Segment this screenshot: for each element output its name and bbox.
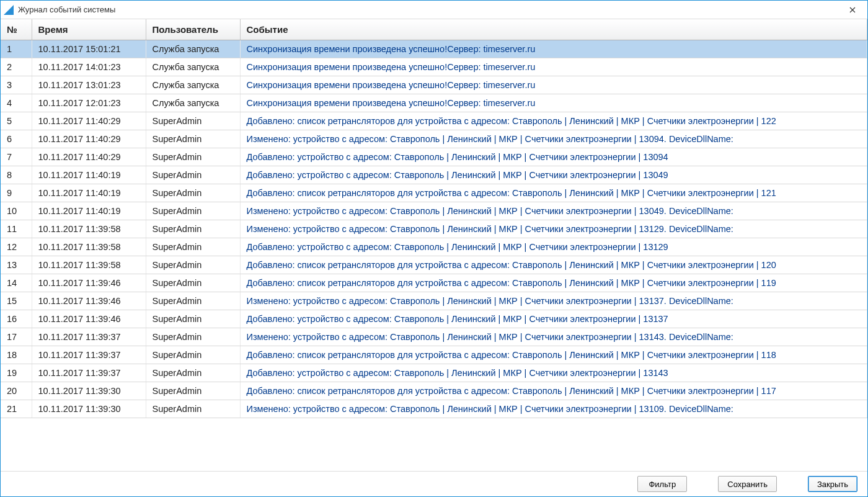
cell-user: SuperAdmin: [146, 166, 240, 184]
table-row[interactable]: 1810.11.2017 11:39:37SuperAdminДобавлено…: [1, 346, 867, 364]
table-row[interactable]: 610.11.2017 11:40:29SuperAdminИзменено: …: [1, 130, 867, 148]
filter-button[interactable]: Фильтр: [637, 476, 687, 492]
close-icon: [849, 4, 856, 16]
cell-time: 10.11.2017 11:39:37: [32, 328, 146, 346]
col-header-event[interactable]: Событие: [240, 19, 867, 40]
cell-time: 10.11.2017 11:40:29: [32, 130, 146, 148]
col-header-user[interactable]: Пользователь: [146, 19, 240, 40]
cell-time: 10.11.2017 11:39:37: [32, 364, 146, 382]
table-row[interactable]: 1110.11.2017 11:39:58SuperAdminИзменено:…: [1, 220, 867, 238]
cell-num: 17: [1, 328, 32, 346]
cell-num: 15: [1, 292, 32, 310]
col-header-num[interactable]: №: [1, 19, 32, 40]
cell-event: Синхронизация времени произведена успешн…: [240, 94, 867, 112]
table-row[interactable]: 1010.11.2017 11:40:19SuperAdminИзменено:…: [1, 202, 867, 220]
event-table: № Время Пользователь Событие 110.11.2017…: [1, 19, 867, 418]
table-row[interactable]: 1610.11.2017 11:39:46SuperAdminДобавлено…: [1, 310, 867, 328]
cell-time: 10.11.2017 14:01:23: [32, 58, 146, 76]
cell-event: Изменено: устройство с адресом: Ставропо…: [240, 220, 867, 238]
titlebar[interactable]: Журнал событий системы: [1, 1, 867, 19]
cell-event: Синхронизация времени произведена успешн…: [240, 40, 867, 58]
cell-event: Добавлено: список ретрансляторов для уст…: [240, 112, 867, 130]
cell-num: 9: [1, 184, 32, 202]
cell-user: SuperAdmin: [146, 130, 240, 148]
cell-num: 14: [1, 274, 32, 292]
cell-user: SuperAdmin: [146, 292, 240, 310]
cell-time: 10.11.2017 11:40:19: [32, 184, 146, 202]
cell-time: 10.11.2017 15:01:21: [32, 40, 146, 58]
cell-num: 13: [1, 256, 32, 274]
table-row[interactable]: 1410.11.2017 11:39:46SuperAdminДобавлено…: [1, 274, 867, 292]
cell-num: 4: [1, 94, 32, 112]
cell-event: Добавлено: список ретрансляторов для уст…: [240, 382, 867, 400]
cell-user: SuperAdmin: [146, 274, 240, 292]
table-row[interactable]: 110.11.2017 15:01:21Служба запускаСинхро…: [1, 40, 867, 58]
cell-time: 10.11.2017 11:39:37: [32, 346, 146, 364]
table-row[interactable]: 1510.11.2017 11:39:46SuperAdminИзменено:…: [1, 292, 867, 310]
col-header-time[interactable]: Время: [32, 19, 146, 40]
table-row[interactable]: 2110.11.2017 11:39:30SuperAdminИзменено:…: [1, 400, 867, 418]
table-row[interactable]: 410.11.2017 12:01:23Служба запускаСинхро…: [1, 94, 867, 112]
table-row[interactable]: 1910.11.2017 11:39:37SuperAdminДобавлено…: [1, 364, 867, 382]
cell-event: Добавлено: список ретрансляторов для уст…: [240, 346, 867, 364]
cell-time: 10.11.2017 12:01:23: [32, 94, 146, 112]
cell-num: 10: [1, 202, 32, 220]
cell-num: 11: [1, 220, 32, 238]
app-icon: [3, 4, 14, 16]
cell-time: 10.11.2017 11:39:46: [32, 274, 146, 292]
table-row[interactable]: 510.11.2017 11:40:29SuperAdminДобавлено:…: [1, 112, 867, 130]
cell-user: SuperAdmin: [146, 148, 240, 166]
table-row[interactable]: 1210.11.2017 11:39:58SuperAdminДобавлено…: [1, 238, 867, 256]
table-row[interactable]: 910.11.2017 11:40:19SuperAdminДобавлено:…: [1, 184, 867, 202]
table-row[interactable]: 1310.11.2017 11:39:58SuperAdminДобавлено…: [1, 256, 867, 274]
table-row[interactable]: 810.11.2017 11:40:19SuperAdminДобавлено:…: [1, 166, 867, 184]
cell-user: Служба запуска: [146, 76, 240, 94]
cell-user: SuperAdmin: [146, 256, 240, 274]
cell-user: SuperAdmin: [146, 346, 240, 364]
cell-event: Добавлено: устройство с адресом: Ставроп…: [240, 364, 867, 382]
cell-time: 10.11.2017 11:39:58: [32, 220, 146, 238]
close-dialog-button[interactable]: Закрыть: [808, 476, 857, 492]
cell-user: SuperAdmin: [146, 328, 240, 346]
table-row[interactable]: 310.11.2017 13:01:23Служба запускаСинхро…: [1, 76, 867, 94]
cell-user: SuperAdmin: [146, 400, 240, 418]
cell-time: 10.11.2017 11:40:19: [32, 166, 146, 184]
cell-event: Изменено: устройство с адресом: Ставропо…: [240, 328, 867, 346]
grid-container: № Время Пользователь Событие 110.11.2017…: [1, 19, 867, 472]
close-button[interactable]: [840, 1, 865, 19]
cell-time: 10.11.2017 11:39:46: [32, 292, 146, 310]
cell-num: 21: [1, 400, 32, 418]
cell-event: Изменено: устройство с адресом: Ставропо…: [240, 400, 867, 418]
cell-event: Изменено: устройство с адресом: Ставропо…: [240, 130, 867, 148]
table-header-row: № Время Пользователь Событие: [1, 19, 867, 40]
cell-event: Изменено: устройство с адресом: Ставропо…: [240, 292, 867, 310]
cell-time: 10.11.2017 11:39:58: [32, 256, 146, 274]
cell-num: 8: [1, 166, 32, 184]
cell-num: 5: [1, 112, 32, 130]
cell-user: SuperAdmin: [146, 220, 240, 238]
cell-event: Добавлено: устройство с адресом: Ставроп…: [240, 238, 867, 256]
window-title: Журнал событий системы: [18, 5, 840, 14]
cell-time: 10.11.2017 11:39:30: [32, 400, 146, 418]
table-row[interactable]: 710.11.2017 11:40:29SuperAdminДобавлено:…: [1, 148, 867, 166]
save-button[interactable]: Сохранить: [718, 476, 777, 492]
cell-user: SuperAdmin: [146, 364, 240, 382]
cell-event: Добавлено: список ретрансляторов для уст…: [240, 184, 867, 202]
cell-user: SuperAdmin: [146, 112, 240, 130]
cell-num: 1: [1, 40, 32, 58]
cell-time: 10.11.2017 13:01:23: [32, 76, 146, 94]
cell-event: Изменено: устройство с адресом: Ставропо…: [240, 202, 867, 220]
grid-scroll-area[interactable]: № Время Пользователь Событие 110.11.2017…: [1, 19, 867, 471]
event-log-window: Журнал событий системы № Время Пользоват…: [0, 0, 868, 497]
cell-time: 10.11.2017 11:40:29: [32, 148, 146, 166]
cell-time: 10.11.2017 11:39:58: [32, 238, 146, 256]
table-row[interactable]: 2010.11.2017 11:39:30SuperAdminДобавлено…: [1, 382, 867, 400]
cell-user: Служба запуска: [146, 58, 240, 76]
cell-event: Добавлено: список ретрансляторов для уст…: [240, 256, 867, 274]
cell-user: Служба запуска: [146, 40, 240, 58]
cell-time: 10.11.2017 11:40:19: [32, 202, 146, 220]
cell-num: 3: [1, 76, 32, 94]
table-row[interactable]: 210.11.2017 14:01:23Служба запускаСинхро…: [1, 58, 867, 76]
table-row[interactable]: 1710.11.2017 11:39:37SuperAdminИзменено:…: [1, 328, 867, 346]
cell-num: 2: [1, 58, 32, 76]
